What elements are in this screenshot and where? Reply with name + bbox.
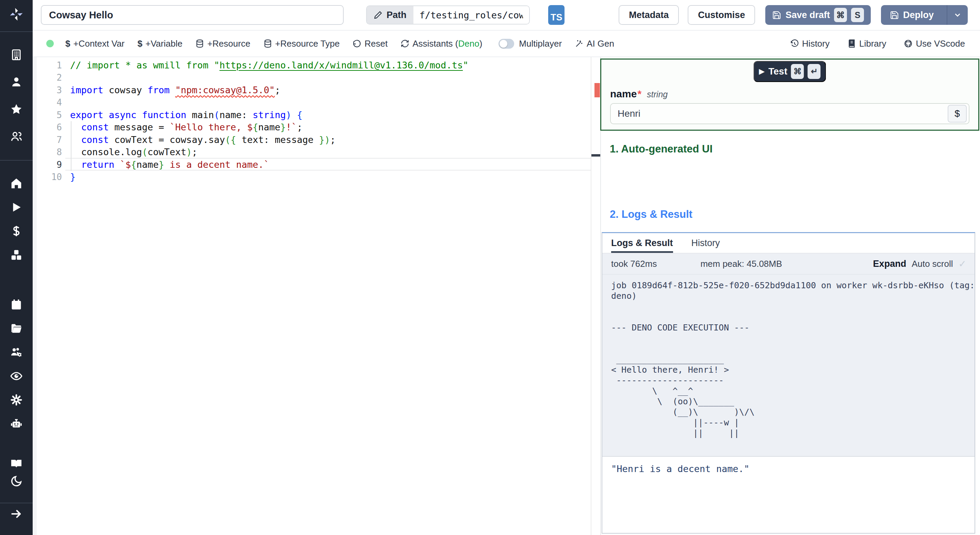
- rail-divider: [0, 160, 33, 161]
- save-icon: [890, 11, 899, 20]
- user-group-icon: [10, 130, 23, 143]
- history-button[interactable]: History: [790, 38, 830, 49]
- metadata-button[interactable]: Metadata: [619, 5, 679, 25]
- assistants-lang: Deno: [458, 38, 479, 49]
- code-editor[interactable]: 12345678910 // import * as wmill from "h…: [33, 57, 600, 535]
- wand-icon: [575, 39, 584, 48]
- sidebar-item-robot[interactable]: [9, 416, 24, 431]
- sidebar-item-arrow-right[interactable]: [9, 506, 24, 521]
- code-line: [70, 72, 590, 84]
- deploy-dropdown[interactable]: [947, 5, 968, 25]
- mem-peak: mem peak: 45.08MB: [700, 259, 782, 269]
- add-context-var-button[interactable]: $+Context Var: [65, 38, 124, 49]
- database-icon: [195, 39, 204, 48]
- code-line: [70, 96, 590, 108]
- cmd-key-chip: ⌘: [791, 64, 804, 79]
- line-number: 1: [33, 59, 62, 72]
- tab-history[interactable]: History: [692, 233, 720, 253]
- typescript-badge: TS: [548, 5, 565, 25]
- reset-button[interactable]: Reset: [353, 38, 388, 49]
- add-variable-button[interactable]: $+Variable: [137, 38, 182, 49]
- sidebar-item-moon[interactable]: [9, 474, 24, 489]
- logs-tabs: Logs & Result History: [602, 233, 975, 253]
- customise-button[interactable]: Customise: [688, 5, 755, 25]
- ai-gen-button[interactable]: AI Gen: [575, 38, 614, 49]
- line-number: 7: [33, 134, 62, 146]
- sidebar-item-star[interactable]: [9, 102, 24, 117]
- moon-icon: [10, 475, 23, 488]
- gear-icon: [10, 393, 23, 406]
- cubes-icon: [10, 248, 23, 261]
- arrow-right-icon: [10, 508, 23, 521]
- sidebar-item-users-gear[interactable]: [9, 345, 24, 360]
- sidebar-item-cubes[interactable]: [9, 247, 24, 263]
- run-panel: ▶ Test ⌘ ↵ name * string $ 1.: [600, 57, 980, 535]
- use-vscode-button[interactable]: Use VScode: [904, 38, 965, 49]
- sidebar-item-user-group[interactable]: [9, 129, 24, 144]
- add-resource-button[interactable]: +Resource: [195, 38, 250, 49]
- database-icon: [263, 39, 272, 48]
- line-number: 8: [33, 146, 62, 158]
- refresh-icon: [401, 39, 409, 48]
- deploy-button[interactable]: Deploy: [881, 5, 968, 25]
- path-input[interactable]: [414, 6, 529, 24]
- robot-icon: [10, 417, 23, 430]
- folder-icon: [10, 322, 23, 335]
- sidebar-item-eye[interactable]: [9, 369, 24, 384]
- eye-icon: [10, 369, 23, 382]
- rail-divider: [0, 31, 33, 32]
- script-title-input[interactable]: [41, 5, 344, 25]
- windmill-logo-icon: [9, 5, 24, 23]
- path-button[interactable]: Path: [367, 6, 414, 24]
- sidebar-item-building[interactable]: [9, 47, 24, 62]
- user-icon: [10, 76, 23, 89]
- insert-variable-button[interactable]: $: [948, 105, 967, 123]
- multiplayer-label: Multiplayer: [519, 38, 562, 49]
- windmill-logo[interactable]: [9, 7, 24, 22]
- add-resource-type-button[interactable]: +Resource Type: [263, 38, 340, 49]
- vscode-icon: [904, 39, 913, 48]
- sidebar-item-user[interactable]: [9, 75, 24, 89]
- sidebar-item-gear[interactable]: [9, 392, 24, 408]
- line-numbers: 12345678910: [33, 59, 62, 183]
- sidebar-item-home[interactable]: [9, 176, 24, 191]
- sidebar-item-dollar[interactable]: [9, 224, 24, 239]
- save-draft-button[interactable]: Save draft ⌘ S: [765, 5, 871, 25]
- tab-logs-result[interactable]: Logs & Result: [611, 233, 673, 253]
- code-line: import cowsay from "npm:cowsay@1.5.0";: [70, 84, 590, 96]
- job-result[interactable]: "Henri is a decent name.": [602, 456, 975, 533]
- name-field-input[interactable]: [611, 108, 948, 119]
- job-logs[interactable]: job 0189d64f-812b-525e-f020-652bd9da1100…: [602, 275, 975, 456]
- sidebar-item-play[interactable]: [9, 200, 24, 215]
- run-meta-row: took 762ms mem peak: 45.08MB Expand Auto…: [602, 253, 975, 275]
- sidebar-item-folder[interactable]: [9, 321, 24, 336]
- required-mark: *: [637, 88, 641, 100]
- dollar-icon: $: [137, 38, 142, 49]
- building-icon: [10, 48, 23, 61]
- code-line: }: [70, 171, 590, 183]
- logs-panel: Logs & Result History took 762ms mem pea…: [601, 232, 975, 533]
- history-icon: [790, 39, 799, 48]
- sidebar-item-calendar[interactable]: [9, 297, 24, 312]
- line-number: 6: [33, 121, 62, 134]
- dollar-icon: $: [65, 38, 70, 49]
- multiplayer-toggle[interactable]: [498, 39, 514, 49]
- save-icon: [772, 11, 781, 20]
- assistants-button[interactable]: Assistants (Deno): [401, 38, 482, 49]
- test-button[interactable]: ▶ Test ⌘ ↵: [753, 61, 826, 82]
- sidebar-item-book-open[interactable]: [9, 456, 24, 471]
- play-icon: [10, 201, 23, 214]
- overview-ruler[interactable]: [591, 57, 600, 535]
- pencil-icon: [374, 11, 382, 19]
- library-button[interactable]: Library: [847, 38, 886, 49]
- calendar-icon: [10, 298, 23, 311]
- status-dot: [46, 40, 54, 47]
- undo-icon: [353, 39, 361, 48]
- field-label-row: name * string: [610, 88, 668, 100]
- expand-button[interactable]: Expand: [873, 259, 907, 269]
- line-number: 10: [33, 171, 62, 183]
- editor-toolbar: $+Context Var $+Variable +Resource +Reso…: [33, 30, 980, 57]
- top-header: Path TS Metadata Customise Save draft ⌘ …: [33, 0, 980, 30]
- name-field-wrapper: $: [610, 103, 969, 124]
- check-icon[interactable]: ✓: [959, 258, 966, 269]
